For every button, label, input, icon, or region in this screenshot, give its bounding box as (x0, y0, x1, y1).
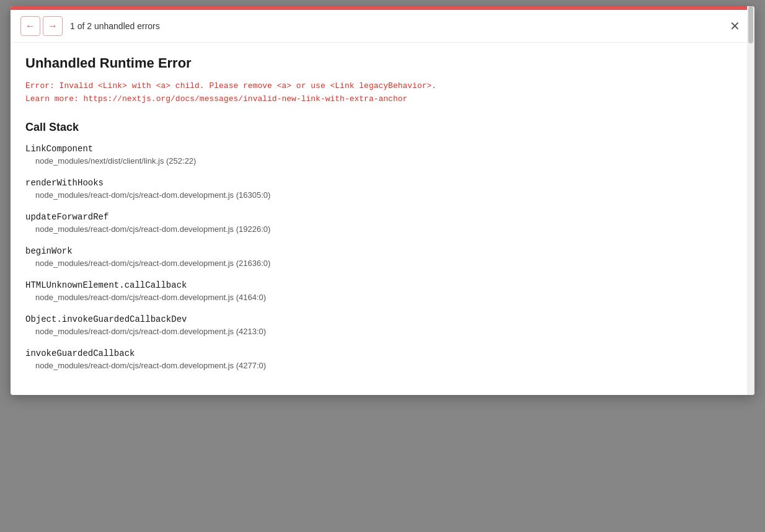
error-title: Unhandled Runtime Error (25, 55, 740, 71)
stack-entry: renderWithHooksnode_modules/react-dom/cj… (25, 178, 740, 200)
stack-location: node_modules/react-dom/cjs/react-dom.dev… (25, 327, 740, 336)
stack-location: node_modules/react-dom/cjs/react-dom.dev… (25, 224, 740, 234)
modal-overlay: ← → 1 of 2 unhandled errors ✕ Unhandled … (0, 0, 765, 532)
error-message-line1: Error: Invalid <Link> with <a> child. Pl… (25, 80, 740, 93)
stack-entry: beginWorknode_modules/react-dom/cjs/reac… (25, 246, 740, 268)
modal-header: ← → 1 of 2 unhandled errors ✕ (11, 10, 754, 43)
stack-entry: invokeGuardedCallbacknode_modules/react-… (25, 348, 740, 370)
call-stack-entries: LinkComponentnode_modules/next/dist/clie… (25, 144, 740, 370)
error-message: Error: Invalid <Link> with <a> child. Pl… (25, 80, 740, 106)
stack-function-name: renderWithHooks (25, 178, 740, 188)
nav-buttons: ← → (20, 16, 63, 36)
stack-function-name: Object.invokeGuardedCallbackDev (25, 314, 740, 324)
stack-location: node_modules/react-dom/cjs/react-dom.dev… (25, 293, 740, 302)
stack-location: node_modules/react-dom/cjs/react-dom.dev… (25, 259, 740, 268)
scrollbar-track[interactable] (747, 6, 754, 395)
call-stack-title: Call Stack (25, 121, 740, 134)
scrollbar-thumb[interactable] (748, 6, 753, 43)
stack-entry: LinkComponentnode_modules/next/dist/clie… (25, 144, 740, 166)
stack-function-name: HTMLUnknownElement.callCallback (25, 280, 740, 290)
error-modal: ← → 1 of 2 unhandled errors ✕ Unhandled … (11, 6, 754, 395)
close-button[interactable]: ✕ (725, 16, 745, 36)
next-error-button[interactable]: → (43, 16, 63, 36)
stack-entry: updateForwardRefnode_modules/react-dom/c… (25, 212, 740, 234)
error-message-line2: Learn more: https://nextjs.org/docs/mess… (25, 93, 740, 106)
modal-body[interactable]: Unhandled Runtime Error Error: Invalid <… (11, 43, 754, 395)
stack-location: node_modules/next/dist/client/link.js (2… (25, 156, 740, 166)
stack-function-name: LinkComponent (25, 144, 740, 154)
stack-function-name: invokeGuardedCallback (25, 348, 740, 358)
stack-entry: Object.invokeGuardedCallbackDevnode_modu… (25, 314, 740, 336)
prev-error-button[interactable]: ← (20, 16, 40, 36)
stack-function-name: beginWork (25, 246, 740, 256)
stack-location: node_modules/react-dom/cjs/react-dom.dev… (25, 361, 740, 370)
stack-function-name: updateForwardRef (25, 212, 740, 222)
error-count-label: 1 of 2 unhandled errors (70, 21, 725, 31)
stack-location: node_modules/react-dom/cjs/react-dom.dev… (25, 190, 740, 200)
stack-entry: HTMLUnknownElement.callCallbacknode_modu… (25, 280, 740, 302)
